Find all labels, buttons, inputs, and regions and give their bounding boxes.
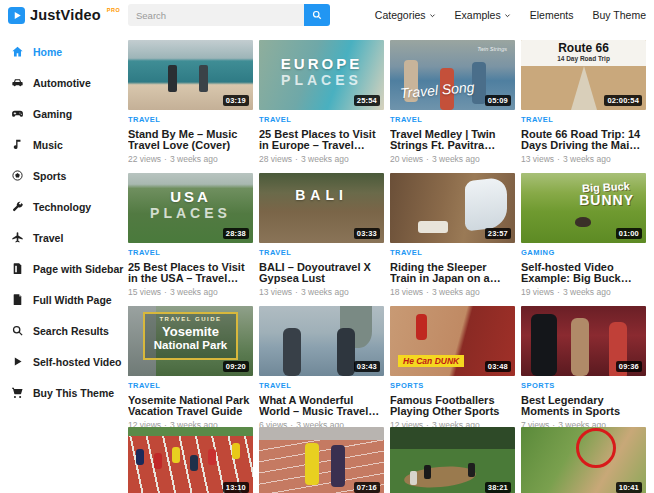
video-category-link[interactable]: TRAVEL [259, 248, 384, 257]
sidebar-item-label: Sports [33, 170, 66, 182]
soccer-ball-icon [11, 169, 24, 182]
sidebar-item-music[interactable]: Music [0, 129, 128, 160]
video-age: 3 weeks ago [432, 154, 480, 164]
video-title-link[interactable]: 25 Best Places to Visit in the USA – Tra… [128, 262, 253, 284]
thumbnail-overlay-text: Route 66 [521, 41, 646, 55]
video-thumbnail-bali[interactable]: BALI03:33 [259, 173, 384, 243]
video-category-link[interactable]: SPORTS [390, 381, 515, 390]
video-card: 07:16 [259, 427, 384, 493]
duration-badge: 03:19 [223, 95, 249, 106]
video-category-link[interactable]: TRAVEL [259, 115, 384, 124]
video-category-link[interactable]: TRAVEL [128, 115, 253, 124]
video-title-link[interactable]: Travel Medley | Twin Strings Ft. Pavitra… [390, 129, 515, 151]
video-card: Big BuckBUNNY01:00GAMINGSelf-hosted Vide… [521, 173, 646, 306]
search-button[interactable] [304, 4, 330, 26]
airplane-icon [11, 231, 24, 244]
sidebar-item-label: Gaming [33, 108, 72, 120]
video-title-link[interactable]: BALI – Doyoutravel X Gypsea Lust [259, 262, 384, 284]
video-title-link[interactable]: Route 66 Road Trip: 14 Days Driving the … [521, 129, 646, 151]
views-count: 13 views [521, 154, 554, 164]
video-title-link[interactable]: Best Legendary Moments in Sports [521, 395, 646, 417]
chevron-down-icon [504, 12, 511, 19]
video-grid: 03:19TRAVELStand By Me – Music Travel Lo… [128, 40, 654, 493]
video-thumbnail-dunk[interactable]: He Can DUNK03:48 [390, 306, 515, 376]
nav-buy-theme[interactable]: Buy Theme [593, 9, 647, 21]
video-title-link[interactable]: Yosemite National Park Vacation Travel G… [128, 395, 253, 417]
search-icon [311, 9, 323, 21]
sidebar-item-self-hosted-video[interactable]: Self-hosted Video [0, 346, 128, 377]
video-category-link[interactable]: GAMING [521, 248, 646, 257]
sidebar-item-home[interactable]: Home [0, 36, 128, 67]
sidebar-item-travel[interactable]: Travel [0, 222, 128, 253]
video-thumbnail-big-buck-bunny[interactable]: Big BuckBUNNY01:00 [521, 173, 646, 243]
video-thumbnail-sprint-race[interactable]: 13:10 [128, 427, 253, 493]
search-input[interactable] [128, 4, 304, 26]
video-title-link[interactable]: Stand By Me – Music Travel Love (Cover) [128, 129, 253, 151]
thumbnail-overlay-text: TRAVEL GUIDE [128, 316, 253, 322]
nav-item-label: Elements [530, 9, 574, 21]
video-meta: 13 views·3 weeks ago [259, 287, 384, 297]
video-category-link[interactable]: TRAVEL [390, 115, 515, 124]
video-card: 09:36SPORTSBest Legendary Moments in Spo… [521, 306, 646, 427]
sidebar-item-full-width-page[interactable]: Full Width Page [0, 284, 128, 315]
thumbnail-overlay-text: Travel Song [399, 79, 475, 101]
nav-categories[interactable]: Categories [375, 9, 436, 21]
video-thumbnail-guitar-duo[interactable]: 03:43 [259, 306, 384, 376]
video-meta: 18 views·3 weeks ago [390, 287, 515, 297]
meta-separator: · [164, 154, 167, 164]
duration-badge: 28:38 [223, 228, 249, 239]
video-title-link[interactable]: What A Wonderful World – Music Travel Lo… [259, 395, 384, 417]
video-title-link[interactable]: Self-hosted Video Example: Big Buck BUNN… [521, 262, 646, 284]
video-category-link[interactable]: TRAVEL [259, 381, 384, 390]
video-title-link[interactable]: Famous Footballers Playing Other Sports [390, 395, 515, 417]
video-category-link[interactable]: TRAVEL [128, 248, 253, 257]
video-meta: 28 views·3 weeks ago [259, 154, 384, 164]
chevron-down-icon [429, 12, 436, 19]
sidebar-item-page-with-sidebar[interactable]: Page with Sidebar [0, 253, 128, 284]
sidebar-item-technology[interactable]: Technology [0, 191, 128, 222]
video-meta: 13 views·3 weeks ago [521, 154, 646, 164]
views-count: 13 views [259, 287, 292, 297]
app-window: JustVideo PRO CategoriesExamplesElements… [0, 0, 654, 493]
nav-elements[interactable]: Elements [530, 9, 574, 21]
video-thumbnail-route-66[interactable]: Route 6614 Day Road Trip02:00:54 [521, 40, 646, 110]
sidebar-item-automotive[interactable]: Automotive [0, 67, 128, 98]
video-category-link[interactable]: SPORTS [521, 381, 646, 390]
video-title-link[interactable]: 25 Best Places to Visit in Europe – Trav… [259, 129, 384, 151]
video-category-link[interactable]: TRAVEL [128, 381, 253, 390]
video-thumbnail-bolt-track[interactable]: 07:16 [259, 427, 384, 493]
meta-separator: · [295, 287, 298, 297]
duration-badge: 09:36 [616, 361, 642, 372]
site-logo[interactable]: JustVideo PRO [8, 7, 128, 24]
thumbnail-overlay-text: Twin Strings [477, 46, 507, 52]
video-category-link[interactable]: TRAVEL [390, 248, 515, 257]
video-card: 10:41 [521, 427, 646, 493]
video-thumbnail-musicians-lakeside[interactable]: 03:19 [128, 40, 253, 110]
video-category-link[interactable]: TRAVEL [521, 115, 646, 124]
video-thumbnail-europe-places[interactable]: EUROPEPLACES25:54 [259, 40, 384, 110]
sidebar-item-sports[interactable]: Sports [0, 160, 128, 191]
video-age: 3 weeks ago [301, 154, 349, 164]
video-thumbnail-travel-song[interactable]: Twin StringsTravel Song05:09 [390, 40, 515, 110]
page-sidebar-icon [11, 262, 24, 275]
video-thumbnail-usa-places[interactable]: USAPLACES28:38 [128, 173, 253, 243]
sidebar-item-search-results[interactable]: Search Results [0, 315, 128, 346]
duration-badge: 10:41 [616, 482, 642, 493]
sidebar-item-buy-this-theme[interactable]: Buy This Theme [0, 377, 128, 408]
pro-badge: PRO [107, 7, 120, 13]
video-thumbnail-mma[interactable]: 09:36 [521, 306, 646, 376]
video-thumbnail-yosemite[interactable]: TRAVEL GUIDEYosemiteNational Park09:20 [128, 306, 253, 376]
video-title-link[interactable]: Riding the Sleeper Train in Japan on a H… [390, 262, 515, 284]
sidebar-item-gaming[interactable]: Gaming [0, 98, 128, 129]
thumbnail-overlay-text: EUROPE [259, 55, 384, 72]
sidebar-item-label: Self-hosted Video [33, 356, 122, 368]
music-note-icon [11, 138, 24, 151]
page-icon [11, 293, 24, 306]
video-thumbnail-baseball[interactable]: 38:21 [390, 427, 515, 493]
nav-examples[interactable]: Examples [455, 9, 511, 21]
video-thumbnail-red-circle[interactable]: 10:41 [521, 427, 646, 493]
thumbnail-overlay-text: Yosemite [128, 324, 253, 339]
search-form [128, 4, 330, 26]
video-thumbnail-sleeper-train[interactable]: 23:57 [390, 173, 515, 243]
wrench-icon [11, 200, 24, 213]
